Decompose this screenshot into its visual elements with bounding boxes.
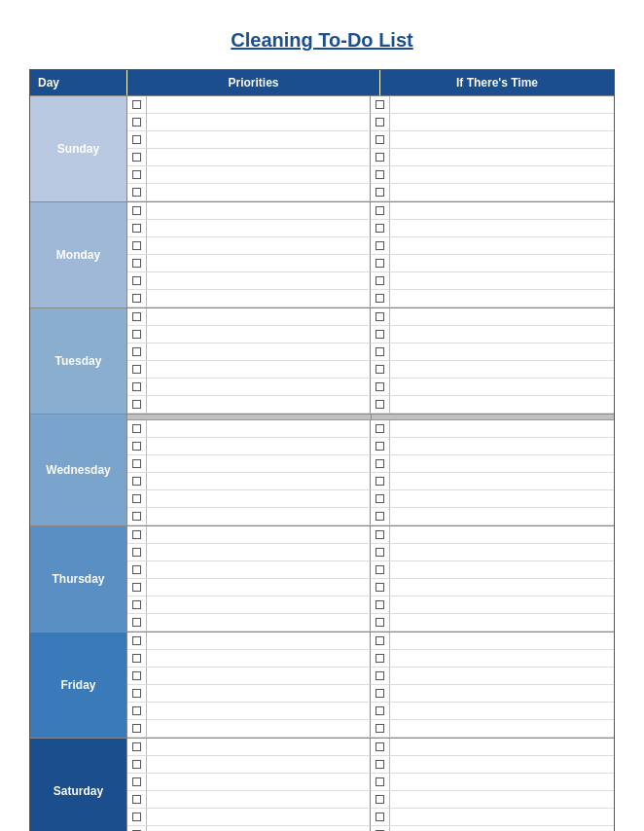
checkbox-priority-thursday-1[interactable] [127, 544, 147, 561]
checkbox-time-sunday-0[interactable] [371, 96, 390, 114]
task-time-sunday-5[interactable] [390, 184, 614, 201]
checkbox-priority-friday-0[interactable] [127, 632, 147, 650]
task-priority-tuesday-4[interactable] [147, 379, 371, 396]
task-priority-friday-1[interactable] [147, 650, 371, 668]
checkbox-priority-saturday-2[interactable] [127, 774, 147, 791]
task-priority-sunday-4[interactable] [147, 166, 371, 184]
checkbox-time-sunday-3[interactable] [371, 149, 390, 166]
checkbox-time-tuesday-3[interactable] [371, 361, 390, 379]
task-time-friday-4[interactable] [390, 703, 614, 720]
task-time-saturday-5[interactable] [390, 826, 614, 831]
checkbox-priority-monday-4[interactable] [127, 272, 147, 290]
task-priority-wednesday-4[interactable] [147, 490, 371, 508]
task-time-thursday-0[interactable] [390, 526, 614, 544]
task-time-wednesday-2[interactable] [390, 455, 614, 473]
checkbox-time-wednesday-3[interactable] [371, 473, 390, 490]
task-time-friday-2[interactable] [390, 668, 614, 685]
checkbox-priority-wednesday-0[interactable] [127, 420, 147, 438]
task-priority-thursday-5[interactable] [147, 614, 371, 632]
task-time-wednesday-1[interactable] [390, 438, 614, 455]
task-priority-friday-2[interactable] [147, 668, 371, 685]
task-priority-monday-1[interactable] [147, 220, 371, 237]
task-priority-friday-3[interactable] [147, 685, 371, 703]
task-time-monday-0[interactable] [390, 202, 614, 220]
checkbox-priority-sunday-1[interactable] [127, 114, 147, 131]
task-priority-sunday-0[interactable] [147, 96, 371, 114]
task-priority-tuesday-0[interactable] [147, 308, 371, 326]
checkbox-time-friday-4[interactable] [371, 703, 390, 720]
checkbox-priority-friday-2[interactable] [127, 668, 147, 685]
task-time-friday-1[interactable] [390, 650, 614, 668]
task-time-sunday-1[interactable] [390, 114, 614, 131]
task-time-tuesday-2[interactable] [390, 343, 614, 361]
checkbox-time-friday-2[interactable] [371, 668, 390, 685]
checkbox-priority-tuesday-3[interactable] [127, 361, 147, 379]
task-priority-friday-0[interactable] [147, 632, 371, 650]
task-time-wednesday-0[interactable] [390, 420, 614, 438]
task-time-sunday-2[interactable] [390, 131, 614, 149]
task-time-saturday-4[interactable] [390, 809, 614, 826]
task-priority-saturday-0[interactable] [147, 739, 371, 756]
task-time-monday-5[interactable] [390, 290, 614, 307]
checkbox-priority-saturday-4[interactable] [127, 809, 147, 826]
task-priority-wednesday-2[interactable] [147, 455, 371, 473]
checkbox-time-saturday-4[interactable] [371, 809, 390, 826]
task-time-wednesday-5[interactable] [390, 508, 614, 525]
task-priority-wednesday-1[interactable] [147, 438, 371, 455]
checkbox-time-monday-5[interactable] [371, 290, 390, 307]
task-priority-wednesday-0[interactable] [147, 420, 371, 438]
checkbox-priority-thursday-2[interactable] [127, 561, 147, 579]
task-priority-thursday-1[interactable] [147, 544, 371, 561]
checkbox-priority-sunday-0[interactable] [127, 96, 147, 114]
checkbox-priority-saturday-5[interactable] [127, 826, 147, 831]
checkbox-time-monday-1[interactable] [371, 220, 390, 237]
checkbox-priority-sunday-2[interactable] [127, 131, 147, 149]
task-priority-monday-3[interactable] [147, 255, 371, 272]
task-time-wednesday-4[interactable] [390, 490, 614, 508]
checkbox-time-friday-3[interactable] [371, 685, 390, 703]
checkbox-priority-thursday-0[interactable] [127, 526, 147, 544]
checkbox-time-saturday-3[interactable] [371, 791, 390, 809]
checkbox-priority-monday-2[interactable] [127, 237, 147, 255]
checkbox-priority-tuesday-2[interactable] [127, 343, 147, 361]
task-time-wednesday-3[interactable] [390, 473, 614, 490]
task-priority-sunday-3[interactable] [147, 149, 371, 166]
checkbox-time-tuesday-2[interactable] [371, 343, 390, 361]
task-time-saturday-3[interactable] [390, 791, 614, 809]
task-priority-monday-0[interactable] [147, 202, 371, 220]
checkbox-time-friday-0[interactable] [371, 632, 390, 650]
checkbox-priority-saturday-3[interactable] [127, 791, 147, 809]
checkbox-priority-thursday-4[interactable] [127, 596, 147, 614]
task-time-friday-5[interactable] [390, 720, 614, 738]
checkbox-priority-friday-1[interactable] [127, 650, 147, 668]
task-time-thursday-4[interactable] [390, 596, 614, 614]
task-time-saturday-1[interactable] [390, 756, 614, 774]
task-priority-tuesday-2[interactable] [147, 343, 371, 361]
task-priority-saturday-4[interactable] [147, 809, 371, 826]
task-time-friday-3[interactable] [390, 685, 614, 703]
checkbox-time-friday-5[interactable] [371, 720, 390, 738]
task-priority-sunday-2[interactable] [147, 131, 371, 149]
task-priority-tuesday-3[interactable] [147, 361, 371, 379]
checkbox-priority-monday-0[interactable] [127, 202, 147, 220]
checkbox-priority-wednesday-5[interactable] [127, 508, 147, 525]
task-priority-thursday-0[interactable] [147, 526, 371, 544]
checkbox-priority-monday-5[interactable] [127, 290, 147, 307]
checkbox-time-wednesday-1[interactable] [371, 438, 390, 455]
checkbox-time-sunday-1[interactable] [371, 114, 390, 131]
checkbox-time-wednesday-0[interactable] [371, 420, 390, 438]
checkbox-priority-wednesday-2[interactable] [127, 455, 147, 473]
task-time-friday-0[interactable] [390, 632, 614, 650]
checkbox-time-wednesday-4[interactable] [371, 490, 390, 508]
task-priority-thursday-4[interactable] [147, 596, 371, 614]
checkbox-time-wednesday-5[interactable] [371, 508, 390, 525]
task-priority-monday-5[interactable] [147, 290, 371, 307]
task-time-saturday-2[interactable] [390, 774, 614, 791]
task-time-thursday-5[interactable] [390, 614, 614, 632]
checkbox-time-monday-4[interactable] [371, 272, 390, 290]
checkbox-time-tuesday-5[interactable] [371, 396, 390, 414]
checkbox-time-monday-2[interactable] [371, 237, 390, 255]
task-time-sunday-4[interactable] [390, 166, 614, 184]
checkbox-time-monday-3[interactable] [371, 255, 390, 272]
task-priority-friday-5[interactable] [147, 720, 371, 738]
